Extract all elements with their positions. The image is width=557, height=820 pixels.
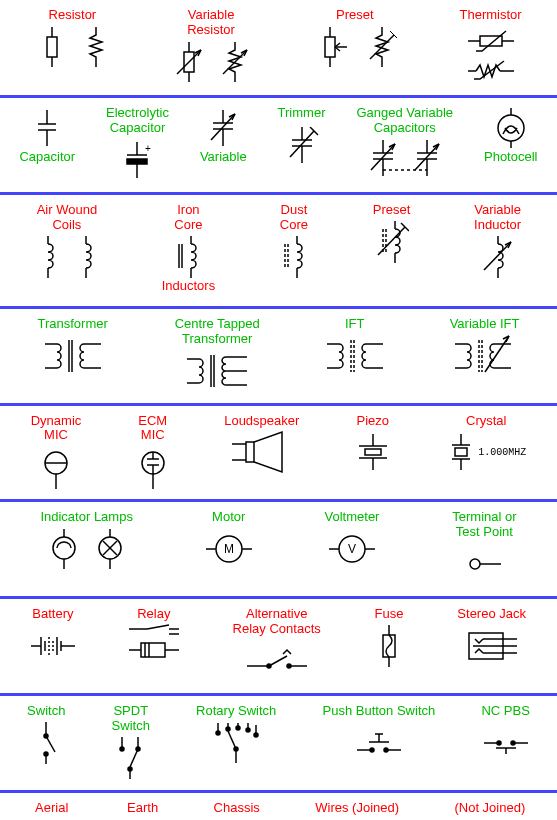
iron-core-inductor-label: IronCore xyxy=(174,203,202,233)
ecm-mic-icon xyxy=(135,445,171,489)
earth: Earth xyxy=(127,801,158,820)
indicator-lamps-icon xyxy=(48,527,126,571)
preset: Preset xyxy=(313,8,397,69)
switch-icon xyxy=(33,721,59,765)
switch: Switch xyxy=(27,704,65,765)
variable-inductor-label: VariableInductor xyxy=(474,203,521,233)
trimmer-capacitor-icon xyxy=(285,123,319,167)
svg-rect-9 xyxy=(325,37,335,57)
ganged-variable-capacitors-icon xyxy=(366,138,444,182)
capacitor-label: Capacitor xyxy=(19,150,75,165)
relay-label: Relay xyxy=(137,607,170,622)
push-button-switch: Push Button Switch xyxy=(323,704,436,765)
ift: IFT xyxy=(327,317,383,378)
svg-line-180 xyxy=(130,749,138,767)
dynamic-mic: DynamicMIC xyxy=(31,414,82,490)
stereo-jack-icon xyxy=(467,624,517,668)
spdt-switch-label: SPDTSwitch xyxy=(112,704,150,734)
loudspeaker-label: Loudspeaker xyxy=(224,414,299,429)
dust-core-inductor: DustCore xyxy=(279,203,309,279)
variable-inductor: VariableInductor xyxy=(474,203,521,279)
indicator-lamps: Indicator Lamps xyxy=(40,510,133,571)
variable-ift-label: Variable IFT xyxy=(450,317,520,332)
indicator-lamps-label: Indicator Lamps xyxy=(40,510,133,525)
svg-rect-110 xyxy=(246,442,254,462)
thermistor-icon xyxy=(468,25,514,85)
svg-line-194 xyxy=(228,731,236,749)
row-resistors: Resistor VariableResistor Preset Thermis… xyxy=(0,0,557,98)
spdt-switch: SPDTSwitch xyxy=(112,704,150,780)
electrolytic-capacitor-label: ElectrolyticCapacitor xyxy=(106,106,169,136)
motor-label: Motor xyxy=(212,510,245,525)
aerial-label: Aerial xyxy=(35,801,68,816)
variable-inductor-icon xyxy=(481,235,515,279)
crystal-note: 1.000MHZ xyxy=(478,447,526,458)
air-wound-coils: Air WoundCoils xyxy=(36,203,98,279)
iron-core-inductor: IronCore Inductors xyxy=(162,203,215,296)
resistor-icon xyxy=(35,25,109,69)
wires-joined: Wires (Joined) xyxy=(315,801,399,820)
row-ground-wires: Aerial Earth Chassis Wires (Joined) (Not… xyxy=(0,793,557,820)
svg-point-177 xyxy=(120,747,124,751)
svg-line-173 xyxy=(46,736,55,752)
svg-rect-1 xyxy=(47,37,57,57)
terminal-test-point-label: Terminal orTest Point xyxy=(452,510,516,540)
centre-tapped-transformer: Centre TappedTransformer xyxy=(175,317,260,393)
voltmeter-label: Voltmeter xyxy=(325,510,380,525)
variable-resistor-label: VariableResistor xyxy=(187,8,235,38)
row-indicators: Indicator Lamps Motor M Voltmeter V Term… xyxy=(0,502,557,599)
terminal-test-point: Terminal orTest Point xyxy=(452,510,516,586)
air-wound-coils-label: Air WoundCoils xyxy=(37,203,97,233)
svg-point-205 xyxy=(511,741,515,745)
svg-line-69 xyxy=(378,227,405,255)
svg-rect-118 xyxy=(455,448,467,456)
electrolytic-capacitor: ElectrolyticCapacitor + xyxy=(106,106,169,182)
alternative-relay-contacts: AlternativeRelay Contacts xyxy=(233,607,321,683)
row-audio: DynamicMIC ECMMIC Loudspeaker Piezo Crys… xyxy=(0,406,557,503)
iron-core-inductor-icon xyxy=(173,235,203,279)
crystal-label: Crystal xyxy=(466,414,506,429)
loudspeaker-icon xyxy=(232,430,292,474)
ganged-variable-capacitors-label: Ganged VariableCapacitors xyxy=(356,106,453,136)
piezo-label: Piezo xyxy=(357,414,390,429)
transformer-label: Transformer xyxy=(37,317,107,332)
battery-label: Battery xyxy=(32,607,73,622)
svg-rect-113 xyxy=(365,449,381,455)
svg-line-12 xyxy=(370,35,394,59)
voltmeter: Voltmeter V xyxy=(325,510,380,571)
centre-tapped-transformer-label: Centre TappedTransformer xyxy=(175,317,260,347)
inductors-group-label: Inductors xyxy=(162,279,215,294)
resistor-label: Resistor xyxy=(49,8,97,23)
svg-line-73 xyxy=(484,242,511,270)
nc-pbs: NC PBS xyxy=(481,704,529,765)
rotary-switch-icon xyxy=(206,721,266,765)
svg-point-50 xyxy=(498,115,524,141)
transformer-icon xyxy=(45,334,101,378)
stereo-jack: Stereo Jack xyxy=(457,607,526,668)
svg-text:V: V xyxy=(348,542,356,556)
photocell: Photocell xyxy=(484,106,537,167)
aerial: Aerial xyxy=(32,801,72,820)
relay: Relay xyxy=(129,607,179,668)
preset-label: Preset xyxy=(336,8,374,23)
preset-inductor-label: Preset xyxy=(373,203,411,218)
ganged-variable-capacitors: Ganged VariableCapacitors xyxy=(356,106,453,182)
variable-capacitor-label: Variable xyxy=(200,150,247,165)
row-power: Battery Relay AlternativeRelay Contacts … xyxy=(0,599,557,696)
thermistor: Thermistor xyxy=(460,8,522,85)
motor: Motor M xyxy=(206,510,252,571)
preset-icon xyxy=(313,25,397,69)
capacitor-icon xyxy=(32,106,62,150)
svg-line-6 xyxy=(177,50,201,74)
ecm-mic: ECMMIC xyxy=(135,414,171,490)
svg-line-158 xyxy=(269,656,287,666)
svg-point-204 xyxy=(497,741,501,745)
battery-icon xyxy=(31,624,75,668)
row-switches: Switch SPDTSwitch Rotary Switch Push But… xyxy=(0,696,557,793)
variable-resistor-icon xyxy=(172,40,250,84)
crystal-icon: 1.000MHZ xyxy=(446,430,526,474)
variable-ift-icon xyxy=(455,334,515,378)
thermistor-label: Thermistor xyxy=(460,8,522,23)
air-wound-coils-icon xyxy=(36,235,98,279)
variable-resistor: VariableResistor xyxy=(172,8,250,84)
